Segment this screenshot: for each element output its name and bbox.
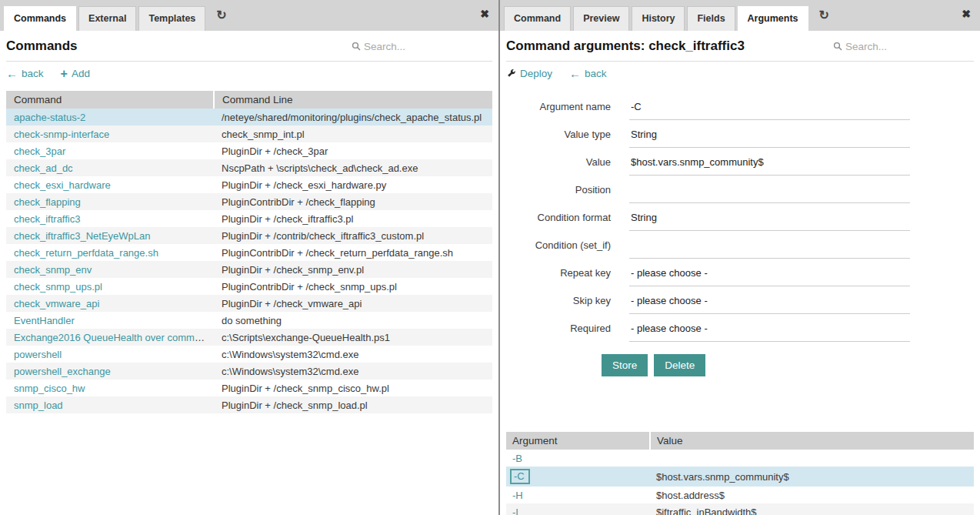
command-link[interactable]: check_flapping — [14, 196, 81, 208]
argument-link[interactable]: -H — [512, 490, 523, 501]
table-row[interactable]: powershellc:\Windows\system32\cmd.exe — [6, 346, 492, 363]
form-row: Required- please choose - — [506, 316, 974, 343]
table-row[interactable]: check_iftraffic3PluginDir + /check_iftra… — [6, 210, 492, 227]
tab-commands[interactable]: Commands — [4, 6, 76, 31]
table-row[interactable]: powershell_exchangec:\Windows\system32\c… — [6, 363, 492, 380]
back-link[interactable]: ← back — [6, 68, 44, 79]
field-input[interactable]: String — [629, 205, 910, 231]
command-line-cell: PluginContribDir + /check_return_perfdat… — [214, 244, 492, 261]
tab-preview[interactable]: Preview — [573, 6, 629, 31]
command-link[interactable]: check_iftraffic3 — [14, 213, 80, 225]
table-row[interactable]: check_3parPluginDir + /check_3par — [6, 142, 492, 159]
command-line-cell: PluginDir + /check_snmp_load.pl — [214, 396, 492, 413]
command-line-cell: do something — [214, 312, 492, 329]
form-row: Argument name-C — [506, 94, 974, 122]
command-link[interactable]: check_iftraffic3_NetEyeWpLan — [14, 230, 151, 242]
table-row[interactable]: check_return_perfdata_range.shPluginCont… — [6, 244, 492, 261]
command-line-cell: c:\Scripts\exchange-QueueHealth.ps1 — [214, 329, 492, 346]
command-line-cell: PluginDir + /check_3par — [214, 142, 492, 159]
command-link[interactable]: check_snmp_ups.pl — [14, 281, 102, 293]
table-row[interactable]: snmp_loadPluginDir + /check_snmp_load.pl — [6, 396, 492, 413]
tab-command[interactable]: Command — [504, 6, 571, 31]
field-input[interactable]: $host.vars.snmp_community$ — [629, 149, 910, 176]
plus-icon: + — [61, 69, 68, 79]
back-label: back — [22, 68, 44, 79]
close-icon[interactable]: ✖ — [480, 8, 489, 19]
delete-button[interactable]: Delete — [654, 354, 705, 376]
column-header-command: Command — [6, 91, 214, 109]
command-line-cell: NscpPath + \scripts\check_ad\check_ad.ex… — [214, 159, 492, 176]
search-input[interactable] — [845, 41, 968, 52]
field-input[interactable]: - please choose - — [629, 260, 910, 286]
command-cell: snmp_cisco_hw — [6, 380, 214, 396]
refresh-icon[interactable]: ↻ — [216, 9, 226, 22]
table-row[interactable]: check_snmp_envPluginDir + /check_snmp_en… — [6, 261, 492, 278]
back-arrow-icon: ← — [569, 69, 581, 79]
table-row[interactable]: check_snmp_ups.plPluginContribDir + /che… — [6, 278, 492, 295]
tab-external[interactable]: External — [78, 6, 136, 31]
table-row[interactable]: check_flappingPluginContribDir + /check_… — [6, 193, 492, 210]
command-cell: apache-status-2 — [6, 109, 214, 125]
command-line-cell: PluginContribDir + /check_snmp_ups.pl — [214, 278, 492, 295]
table-row[interactable]: apache-status-2/neteye/shared/monitoring… — [6, 109, 492, 125]
field-input[interactable]: - please choose - — [629, 288, 910, 314]
command-cell: powershell_exchange — [6, 363, 214, 380]
tab-history[interactable]: History — [632, 6, 685, 31]
table-row[interactable]: check_esxi_hardwarePluginDir + /check_es… — [6, 176, 492, 193]
command-link[interactable]: check_3par — [14, 145, 65, 157]
add-link[interactable]: + Add — [61, 68, 90, 79]
command-link[interactable]: EventHandler — [14, 315, 75, 326]
command-link[interactable]: check_vmware_api — [14, 298, 99, 309]
command-cell: check_flapping — [6, 193, 214, 210]
field-label: Condition format — [506, 205, 629, 232]
command-link[interactable]: apache-status-2 — [14, 112, 85, 123]
command-link[interactable]: check_snmp_env — [14, 264, 92, 276]
field-input[interactable]: - please choose - — [629, 316, 910, 342]
argument-link[interactable]: -I — [512, 507, 518, 515]
back-link[interactable]: ← back — [569, 68, 607, 79]
command-link[interactable]: snmp_cisco_hw — [14, 383, 85, 394]
tab-fields[interactable]: Fields — [687, 6, 735, 31]
table-row[interactable]: -H$host.address$ — [506, 487, 974, 503]
command-link[interactable]: powershell_exchange — [14, 366, 111, 377]
argument-value-cell: $iftraffic_inBandwidth$ — [650, 503, 974, 515]
deploy-link[interactable]: Deploy — [506, 68, 552, 79]
command-link[interactable]: check_esxi_hardware — [14, 179, 111, 191]
field-input[interactable] — [629, 177, 910, 203]
command-cell: check_snmp_env — [6, 261, 214, 278]
back-arrow-icon: ← — [6, 69, 18, 79]
table-row[interactable]: check-snmp-interfacecheck_snmp_int.pl — [6, 125, 492, 142]
table-row[interactable]: check_ad_dcNscpPath + \scripts\check_ad\… — [6, 159, 492, 176]
command-cell: powershell — [6, 346, 214, 363]
command-link[interactable]: snmp_load — [14, 400, 63, 411]
argument-link[interactable]: -C — [514, 470, 525, 482]
table-row[interactable]: -I$iftraffic_inBandwidth$ — [506, 503, 974, 515]
argument-link[interactable]: -B — [512, 453, 522, 464]
command-link[interactable]: Exchange2016 QueueHealth over command — [14, 332, 212, 343]
search-icon — [833, 42, 843, 52]
table-row[interactable]: check_iftraffic3_NetEyeWpLanPluginDir + … — [6, 227, 492, 244]
command-cell: check_3par — [6, 142, 214, 159]
table-row[interactable]: snmp_cisco_hwPluginDir + /check_snmp_cis… — [6, 380, 492, 396]
close-icon[interactable]: ✖ — [962, 8, 971, 19]
table-row[interactable]: Exchange2016 QueueHealth over commandc:\… — [6, 329, 492, 346]
store-button[interactable]: Store — [602, 354, 648, 376]
command-link[interactable]: check_ad_dc — [14, 162, 73, 174]
table-row[interactable]: EventHandlerdo something — [6, 312, 492, 329]
table-row[interactable]: check_vmware_apiPluginDir + /check_vmwar… — [6, 295, 492, 312]
command-link[interactable]: powershell — [14, 349, 62, 360]
field-input[interactable]: String — [629, 122, 910, 148]
field-label: Repeat key — [506, 260, 629, 288]
command-link[interactable]: check_return_perfdata_range.sh — [14, 247, 158, 259]
table-row[interactable]: -C$host.vars.snmp_community$ — [506, 467, 974, 487]
field-input[interactable]: -C — [629, 94, 910, 120]
tab-templates[interactable]: Templates — [138, 6, 205, 31]
command-link[interactable]: check-snmp-interface — [14, 129, 109, 140]
field-input[interactable] — [629, 232, 910, 259]
search-input[interactable] — [364, 41, 487, 52]
command-line-cell: c:\Windows\system32\cmd.exe — [214, 346, 492, 363]
refresh-icon[interactable]: ↻ — [819, 9, 829, 22]
right-header-row: Command arguments: check_iftraffic3 — [506, 31, 974, 62]
tab-arguments[interactable]: Arguments — [738, 6, 808, 31]
table-row[interactable]: -B — [506, 450, 974, 467]
